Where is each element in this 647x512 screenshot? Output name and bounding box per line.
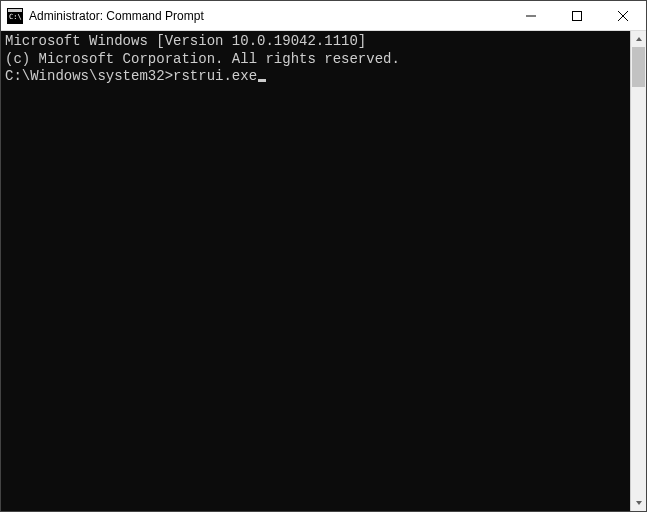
copyright-line: (c) Microsoft Corporation. All rights re… xyxy=(5,51,626,69)
minimize-icon xyxy=(526,11,536,21)
svg-marker-7 xyxy=(636,37,642,41)
scroll-thumb[interactable] xyxy=(632,47,645,87)
svg-rect-1 xyxy=(8,9,22,12)
command-prompt-window: C:\ Administrator: Command Prompt xyxy=(0,0,647,512)
scroll-up-button[interactable] xyxy=(631,31,646,47)
chevron-down-icon xyxy=(635,499,643,507)
minimize-button[interactable] xyxy=(508,1,554,30)
svg-marker-8 xyxy=(636,501,642,505)
chevron-up-icon xyxy=(635,35,643,43)
scroll-track[interactable] xyxy=(631,47,646,495)
svg-text:C:\: C:\ xyxy=(9,13,22,21)
prompt-path: C:\Windows\system32> xyxy=(5,68,173,84)
scroll-down-button[interactable] xyxy=(631,495,646,511)
titlebar[interactable]: C:\ Administrator: Command Prompt xyxy=(1,1,646,31)
close-button[interactable] xyxy=(600,1,646,30)
close-icon xyxy=(618,11,628,21)
terminal-output[interactable]: Microsoft Windows [Version 10.0.19042.11… xyxy=(1,31,630,511)
cursor xyxy=(258,79,266,82)
svg-rect-4 xyxy=(573,11,582,20)
cmd-icon: C:\ xyxy=(7,8,23,24)
typed-command: rstrui.exe xyxy=(173,68,257,84)
prompt-line: C:\Windows\system32>rstrui.exe xyxy=(5,68,626,86)
maximize-button[interactable] xyxy=(554,1,600,30)
maximize-icon xyxy=(572,11,582,21)
version-line: Microsoft Windows [Version 10.0.19042.11… xyxy=(5,33,626,51)
vertical-scrollbar[interactable] xyxy=(630,31,646,511)
window-title: Administrator: Command Prompt xyxy=(29,9,508,23)
content-area: Microsoft Windows [Version 10.0.19042.11… xyxy=(1,31,646,511)
window-controls xyxy=(508,1,646,30)
